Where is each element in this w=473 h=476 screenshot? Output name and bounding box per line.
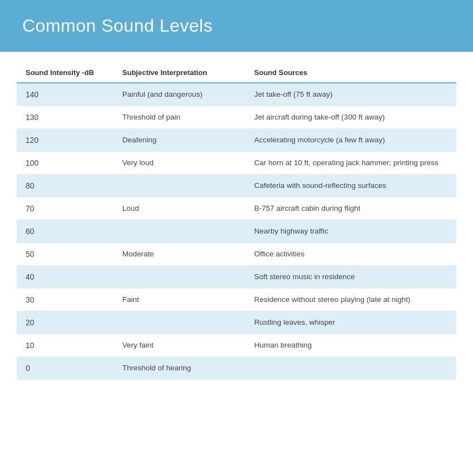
table-row: 130Threshold of painJet aircraft during …: [17, 106, 456, 129]
table-row: 120DeafeningAccelerating motorcycle (a f…: [17, 129, 456, 152]
cell-intensity: 20: [17, 311, 114, 334]
table-header-row: Sound Intensity -dB Subjective Interpret…: [17, 63, 456, 83]
cell-interpretation: Very loud: [114, 152, 245, 175]
cell-intensity: 70: [17, 197, 114, 220]
cell-sources: Rustling leaves, whisper: [245, 311, 456, 334]
cell-intensity: 60: [17, 220, 114, 243]
cell-sources: Car horn at 10 ft, operating jack hammer…: [245, 152, 456, 175]
cell-sources: B-757 aircraft cabin during flight: [245, 197, 456, 220]
page-header: Common Sound Levels: [0, 0, 473, 52]
cell-intensity: 50: [17, 243, 114, 266]
page-title: Common Sound Levels: [22, 16, 451, 36]
cell-interpretation: [114, 175, 245, 197]
cell-interpretation: Threshold of pain: [114, 106, 245, 129]
cell-intensity: 0: [17, 357, 114, 380]
table-row: 30FaintResidence without stereo playing …: [17, 289, 456, 311]
cell-sources: [245, 357, 456, 380]
cell-interpretation: Threshold of hearing: [114, 357, 245, 380]
cell-intensity: 120: [17, 129, 114, 152]
col-header-interpretation: Subjective Interpretation: [114, 63, 245, 83]
cell-intensity: 140: [17, 83, 114, 106]
cell-sources: Residence without stereo playing (late a…: [245, 289, 456, 311]
cell-intensity: 100: [17, 152, 114, 175]
cell-sources: Jet aircraft during take-off (300 ft awa…: [245, 106, 456, 129]
table-row: 80Cafeteria with sound-reflecting surfac…: [17, 175, 456, 197]
table-row: 70LoudB-757 aircraft cabin during flight: [17, 197, 456, 220]
cell-interpretation: Moderate: [114, 243, 245, 266]
table-container: Sound Intensity -dB Subjective Interpret…: [0, 63, 473, 396]
cell-sources: Jet take-off (75 ft away): [245, 83, 456, 106]
table-row: 0Threshold of hearing: [17, 357, 456, 380]
table-row: 20Rustling leaves, whisper: [17, 311, 456, 334]
table-row: 60Nearby highway traffic: [17, 220, 456, 243]
cell-interpretation: [114, 266, 245, 289]
col-header-sources: Sound Sources: [245, 63, 456, 83]
table-row: 140Painful (and dangerous)Jet take-off (…: [17, 83, 456, 106]
cell-interpretation: [114, 220, 245, 243]
cell-sources: Cafeteria with sound-reflecting surfaces: [245, 175, 456, 197]
cell-interpretation: Loud: [114, 197, 245, 220]
cell-intensity: 80: [17, 175, 114, 197]
cell-intensity: 10: [17, 334, 114, 357]
table-row: 50ModerateOffice activities: [17, 243, 456, 266]
cell-sources: Human breathing: [245, 334, 456, 357]
cell-interpretation: Faint: [114, 289, 245, 311]
cell-intensity: 40: [17, 266, 114, 289]
cell-interpretation: Deafening: [114, 129, 245, 152]
sound-levels-table: Sound Intensity -dB Subjective Interpret…: [17, 63, 456, 380]
cell-sources: Nearby highway traffic: [245, 220, 456, 243]
cell-intensity: 30: [17, 289, 114, 311]
cell-sources: Soft stereo music in residence: [245, 266, 456, 289]
cell-interpretation: Very faint: [114, 334, 245, 357]
table-row: 40Soft stereo music in residence: [17, 266, 456, 289]
table-row: 100Very loudCar horn at 10 ft, operating…: [17, 152, 456, 175]
col-header-intensity: Sound Intensity -dB: [17, 63, 114, 83]
cell-interpretation: [114, 311, 245, 334]
cell-sources: Office activities: [245, 243, 456, 266]
table-row: 10Very faintHuman breathing: [17, 334, 456, 357]
cell-intensity: 130: [17, 106, 114, 129]
cell-sources: Accelerating motorcycle (a few ft away): [245, 129, 456, 152]
cell-interpretation: Painful (and dangerous): [114, 83, 245, 106]
